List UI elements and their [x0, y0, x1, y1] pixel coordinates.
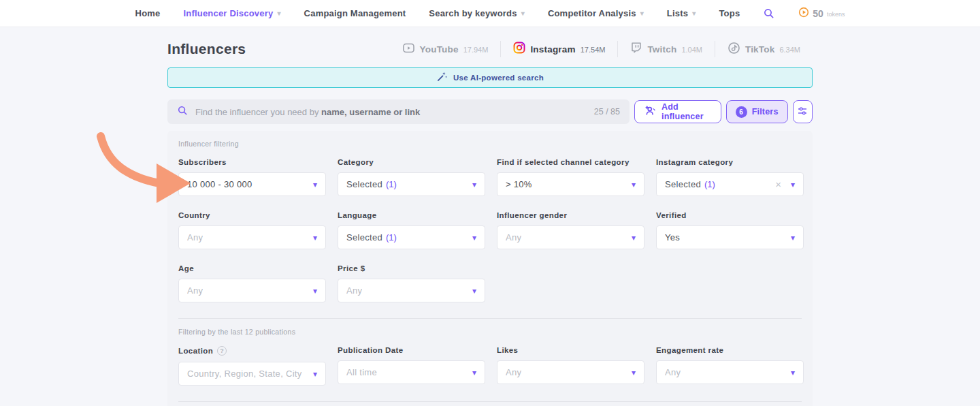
tab-twitch[interactable]: Twitch 1.04M	[618, 42, 715, 57]
top-navigation: Home Influencer Discovery▾ Campaign Mana…	[0, 0, 980, 27]
chevron-down-icon: ▾	[791, 369, 795, 377]
divider	[178, 401, 802, 402]
chevron-down-icon: ▾	[472, 181, 476, 189]
page-header: Influencers YouTube 17.94M Instagram 17.…	[167, 37, 813, 61]
filter-field-publication-date: Publication DateAll time▾	[338, 346, 485, 386]
add-influencer-label: Add influencer	[662, 102, 712, 121]
nav-item-home[interactable]: Home	[135, 8, 161, 18]
filter-field-location: Location?Country, Region, State, City▾	[178, 346, 326, 386]
tab-instagram[interactable]: Instagram 17.54M	[501, 42, 617, 57]
chevron-down-icon: ▾	[521, 10, 525, 17]
filter-label-language: Language	[338, 211, 485, 219]
help-icon[interactable]: ?	[217, 346, 227, 356]
nav-item-influencer-discovery[interactable]: Influencer Discovery▾	[183, 8, 280, 18]
nav-item-tops[interactable]: Tops	[719, 8, 740, 18]
search-char-counter: 25 / 85	[594, 107, 620, 116]
filter-field-category: CategorySelected(1)▾	[338, 158, 485, 196]
filter-field-likes: LikesAny▾	[497, 346, 644, 386]
sliders-icon	[796, 105, 808, 119]
publications-filter-grid: Location?Country, Region, State, City▾Pu…	[178, 346, 802, 386]
engagement-rate-dropdown[interactable]: Any▾	[656, 360, 804, 384]
publication-date-dropdown[interactable]: All time▾	[338, 360, 485, 384]
section-label-publications-filtering: Filtering by the last 12 publications	[178, 328, 802, 336]
filter-field-instagram-category: Instagram categorySelected(1)×▾	[656, 158, 804, 196]
filters-button[interactable]: 6 Filters	[726, 100, 788, 123]
nav-item-search-by-keywords[interactable]: Search by keywords▾	[429, 8, 525, 18]
section-label-influencer-filtering: Influencer filtering	[178, 140, 802, 148]
nav-item-lists[interactable]: Lists▾	[667, 8, 696, 18]
tab-tiktok[interactable]: TikTok 6.34M	[715, 42, 813, 57]
chevron-down-icon: ▾	[313, 370, 317, 378]
filter-label-age: Age	[178, 264, 326, 272]
add-user-icon	[644, 104, 657, 119]
selected-count: (1)	[704, 179, 715, 189]
price-dropdown[interactable]: Any▾	[338, 279, 485, 302]
search-input[interactable]: Find the influencer you need by name, us…	[167, 99, 630, 124]
add-influencer-button[interactable]: Add influencer	[634, 100, 721, 123]
filter-label-subscribers: Subscribers	[178, 158, 326, 166]
search-row: Find the influencer you need by name, us…	[167, 99, 813, 124]
subscribers-dropdown[interactable]: 10 000 - 30 000▾	[178, 172, 326, 196]
chevron-down-icon: ▾	[472, 369, 476, 377]
country-dropdown[interactable]: Any▾	[178, 225, 326, 249]
likes-dropdown[interactable]: Any▾	[497, 360, 644, 384]
tab-youtube[interactable]: YouTube 17.94M	[402, 42, 501, 57]
chevron-down-icon: ▾	[313, 181, 317, 189]
nav-item-campaign-management[interactable]: Campaign Management	[304, 8, 406, 18]
chevron-down-icon: ▾	[632, 181, 636, 189]
filter-label-country: Country	[178, 211, 326, 219]
divider	[178, 318, 802, 319]
filter-label-engagement-rate: Engagement rate	[656, 346, 804, 354]
chevron-down-icon: ▾	[640, 10, 644, 17]
filter-field-price: Price $Any▾	[338, 264, 485, 302]
filter-settings-button[interactable]	[793, 100, 813, 123]
ai-search-label: Use AI-powered search	[453, 74, 544, 82]
filter-field-country: CountryAny▾	[178, 211, 326, 249]
chevron-down-icon: ▾	[632, 234, 636, 242]
instagram-category-dropdown[interactable]: Selected(1)×▾	[656, 172, 804, 196]
filter-label-instagram-category: Instagram category	[656, 158, 804, 166]
chevron-down-icon: ▾	[472, 287, 476, 295]
location-dropdown[interactable]: Country, Region, State, City▾	[178, 362, 326, 386]
age-dropdown[interactable]: Any▾	[178, 279, 326, 302]
filter-label-location: Location?	[178, 346, 326, 356]
filter-field-language: LanguageSelected(1)▾	[338, 211, 485, 249]
clear-icon[interactable]: ×	[775, 179, 781, 189]
filter-field-channel-category-share: Find if selected channel category> 10%▾	[497, 158, 644, 196]
chevron-down-icon: ▾	[313, 234, 317, 242]
chevron-down-icon: ▾	[791, 181, 795, 189]
filter-label-price: Price $	[338, 264, 485, 272]
filter-label-influencer-gender: Influencer gender	[497, 211, 644, 219]
instagram-icon	[513, 42, 525, 57]
twitch-icon	[630, 42, 642, 57]
filters-label: Filters	[752, 107, 779, 116]
page-title: Influencers	[167, 41, 246, 57]
influencer-filter-grid: Subscribers10 000 - 30 000▾CategorySelec…	[178, 158, 802, 302]
language-dropdown[interactable]: Selected(1)▾	[338, 225, 485, 249]
tiktok-icon	[728, 42, 740, 57]
filter-field-influencer-gender: Influencer genderAny▾	[497, 211, 644, 249]
ai-search-banner[interactable]: Use AI-powered search	[167, 67, 813, 88]
search-icon	[177, 105, 189, 119]
chevron-down-icon: ▾	[632, 369, 636, 377]
filter-label-verified: Verified	[656, 211, 804, 219]
influencer-gender-dropdown[interactable]: Any▾	[497, 225, 644, 249]
selected-count: (1)	[386, 232, 397, 243]
chevron-down-icon: ▾	[692, 10, 696, 17]
channel-category-share-dropdown[interactable]: > 10%▾	[497, 172, 644, 196]
filter-label-likes: Likes	[497, 346, 644, 354]
search-placeholder: Find the influencer you need by name, us…	[195, 107, 420, 117]
chevron-down-icon: ▾	[472, 234, 476, 242]
tokens-balance[interactable]: 50 tokens	[798, 7, 845, 20]
filter-field-verified: VerifiedYes▾	[656, 211, 804, 249]
filter-label-publication-date: Publication Date	[338, 346, 485, 354]
search-icon[interactable]	[763, 7, 775, 20]
youtube-icon	[402, 42, 415, 57]
verified-dropdown[interactable]: Yes▾	[656, 225, 804, 249]
chevron-down-icon: ▾	[791, 234, 795, 242]
nav-item-competitor-analysis[interactable]: Competitor Analysis▾	[548, 8, 644, 18]
filter-field-age: AgeAny▾	[178, 264, 326, 302]
magic-wand-icon	[436, 71, 448, 85]
category-dropdown[interactable]: Selected(1)▾	[338, 172, 485, 196]
filter-field-subscribers: Subscribers10 000 - 30 000▾	[178, 158, 326, 196]
